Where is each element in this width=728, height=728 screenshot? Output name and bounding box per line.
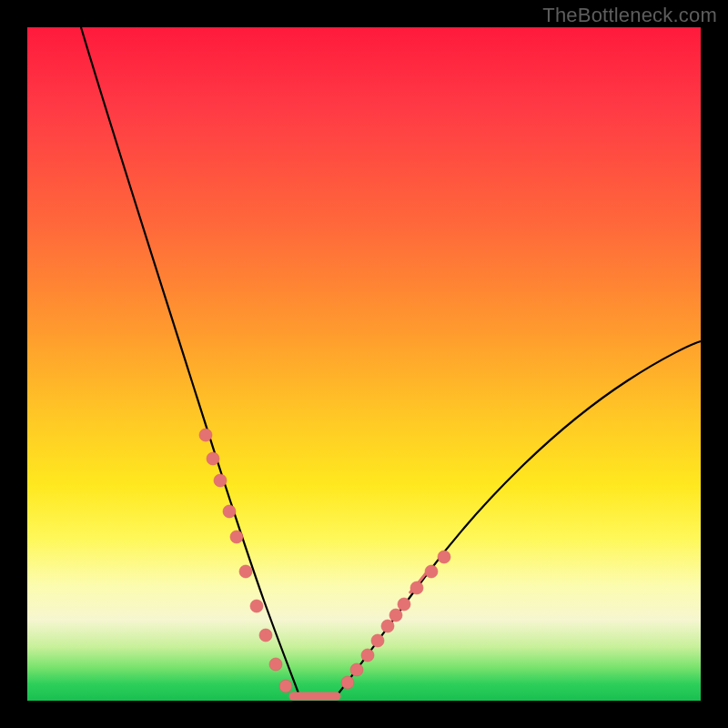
marker-dot	[214, 474, 227, 487]
marker-dot	[230, 531, 243, 543]
marker-dot	[361, 649, 374, 662]
marker-dot	[350, 663, 363, 676]
marker-dot	[250, 600, 263, 612]
marker-dot	[279, 680, 292, 693]
marker-dot	[239, 565, 252, 578]
marker-dot	[425, 565, 438, 578]
curve-layer	[27, 27, 701, 701]
marker-dot	[207, 452, 219, 465]
marker-dot	[259, 629, 272, 642]
left-branch	[81, 27, 300, 698]
watermark-text: TheBottleneck.com	[542, 4, 717, 27]
plot-area	[27, 27, 701, 701]
marker-dot	[371, 634, 384, 647]
marker-dot	[269, 658, 282, 671]
chart-frame: TheBottleneck.com	[0, 0, 728, 728]
right-branch	[335, 341, 701, 698]
marker-dot	[381, 620, 394, 632]
marker-dot	[223, 505, 236, 518]
marker-dot	[398, 598, 410, 611]
marker-dot	[438, 551, 450, 563]
marker-dot	[389, 609, 402, 622]
marker-dot	[410, 581, 423, 594]
marker-dot	[199, 429, 212, 441]
marker-dot	[341, 676, 354, 689]
